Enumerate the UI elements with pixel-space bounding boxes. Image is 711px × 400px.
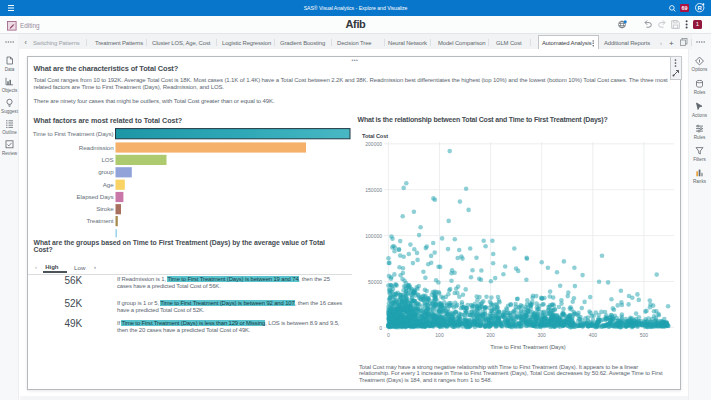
- svg-text:400: 400: [589, 332, 598, 338]
- svg-text:500: 500: [640, 332, 649, 338]
- svg-text:100000: 100000: [365, 233, 382, 239]
- svg-text:200: 200: [486, 332, 495, 338]
- svg-text:200000: 200000: [365, 141, 382, 147]
- svg-text:300: 300: [538, 332, 547, 338]
- svg-text:0: 0: [387, 332, 390, 338]
- svg-text:100: 100: [435, 332, 444, 338]
- svg-text:Time to First Treatment (Days): Time to First Treatment (Days): [490, 344, 566, 350]
- svg-text:Total Cost: Total Cost: [362, 133, 388, 139]
- svg-text:0: 0: [379, 325, 382, 331]
- svg-text:50000: 50000: [368, 279, 382, 285]
- svg-text:150000: 150000: [365, 187, 382, 193]
